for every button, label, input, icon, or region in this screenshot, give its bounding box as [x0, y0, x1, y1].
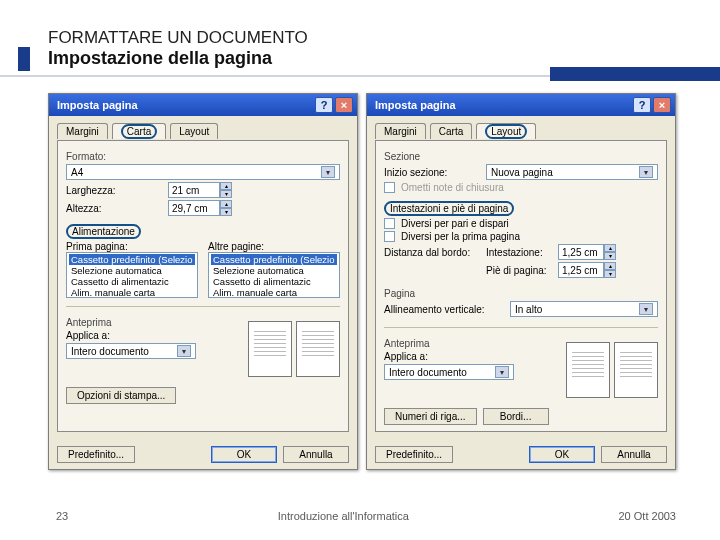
borders-button[interactable]: Bordi... [483, 408, 549, 425]
diff-first-label: Diversi per la prima pagina [401, 231, 520, 242]
tab-margini[interactable]: Margini [57, 123, 108, 139]
dialog-title: Imposta pagina [57, 99, 138, 111]
section-start-select[interactable]: Nuova pagina▾ [486, 164, 658, 180]
apply-to-select[interactable]: Intero documento▾ [66, 343, 196, 359]
tab-carta[interactable]: Carta [112, 123, 166, 139]
slide-footer: 23 Introduzione all'Informatica 20 Ott 2… [0, 510, 720, 522]
line-numbers-button[interactable]: Numeri di riga... [384, 408, 477, 425]
other-pages-label: Altre pagine: [208, 241, 340, 252]
titlebar[interactable]: Imposta pagina ? × [49, 94, 357, 116]
preview-label: Anteprima [384, 338, 556, 349]
footer-date: 20 Ott 2003 [619, 510, 677, 522]
slide-subtitle: Impostazione della pagina [48, 48, 720, 69]
page-setup-dialog-layout: Imposta pagina ? × Margini Carta Layout … [366, 93, 676, 470]
preview-pane [566, 342, 658, 398]
apply-label: Applica a: [384, 351, 556, 362]
preview-pane [248, 321, 340, 377]
tab-carta[interactable]: Carta [430, 123, 472, 139]
height-spinner[interactable]: 29,7 cm ▴▾ [168, 200, 232, 216]
width-spinner[interactable]: 21 cm ▴▾ [168, 182, 232, 198]
close-button[interactable]: × [653, 97, 671, 113]
from-edge-label: Distanza dal bordo: [384, 247, 480, 258]
apply-to-select[interactable]: Intero documento▾ [384, 364, 514, 380]
tab-layout[interactable]: Layout [476, 123, 536, 139]
paper-format-select[interactable]: A4▾ [66, 164, 340, 180]
page-group: Pagina [384, 288, 658, 299]
cancel-button[interactable]: Annulla [283, 446, 349, 463]
tab-margini[interactable]: Margini [375, 123, 426, 139]
footer-center: Introduzione all'Informatica [278, 510, 409, 522]
diff-first-checkbox[interactable] [384, 231, 395, 242]
valign-select[interactable]: In alto▾ [510, 301, 658, 317]
default-button[interactable]: Predefinito... [57, 446, 135, 463]
footer-label: Piè di pagina: [486, 265, 552, 276]
width-label: Larghezza: [66, 185, 162, 196]
tab-strip: Margini Carta Layout [57, 122, 349, 138]
slide-number: 23 [56, 510, 68, 522]
slide-title: FORMATTARE UN DOCUMENTO [48, 28, 720, 48]
tab-layout[interactable]: Layout [170, 123, 218, 139]
chevron-down-icon: ▾ [321, 166, 335, 178]
section-group: Sezione [384, 151, 658, 162]
help-button[interactable]: ? [315, 97, 333, 113]
dialog-title: Imposta pagina [375, 99, 456, 111]
page-setup-dialog-carta: Imposta pagina ? × Margini Carta Layout … [48, 93, 358, 470]
chevron-down-icon: ▾ [220, 190, 232, 198]
tab-strip: Margini Carta Layout [375, 122, 667, 138]
accent-band [550, 67, 720, 81]
help-button[interactable]: ? [633, 97, 651, 113]
header-spinner[interactable]: 1,25 cm ▴▾ [558, 244, 616, 260]
ok-button[interactable]: OK [211, 446, 277, 463]
slide-header: FORMATTARE UN DOCUMENTO Impostazione del… [0, 0, 720, 77]
titlebar[interactable]: Imposta pagina ? × [367, 94, 675, 116]
diff-oddeven-label: Diversi per pari e dispari [401, 218, 509, 229]
header-label: Intestazione: [486, 247, 552, 258]
first-tray-list[interactable]: Cassetto predefinito (Selezio Selezione … [66, 252, 198, 298]
footer-spinner[interactable]: 1,25 cm ▴▾ [558, 262, 616, 278]
cancel-button[interactable]: Annulla [601, 446, 667, 463]
format-label: Formato: [66, 151, 340, 162]
feed-group-label: Alimentazione [66, 224, 141, 239]
section-start-label: Inizio sezione: [384, 167, 480, 178]
preview-label: Anteprima [66, 317, 238, 328]
suppress-endnotes-checkbox[interactable] [384, 182, 395, 193]
close-button[interactable]: × [335, 97, 353, 113]
ok-button[interactable]: OK [529, 446, 595, 463]
print-options-button[interactable]: Opzioni di stampa... [66, 387, 176, 404]
chevron-up-icon: ▴ [220, 182, 232, 190]
height-label: Altezza: [66, 203, 162, 214]
apply-label: Applica a: [66, 330, 238, 341]
first-page-label: Prima pagina: [66, 241, 198, 252]
default-button[interactable]: Predefinito... [375, 446, 453, 463]
diff-oddeven-checkbox[interactable] [384, 218, 395, 229]
other-tray-list[interactable]: Cassetto predefinito (Selezio Selezione … [208, 252, 340, 298]
valign-label: Allineamento verticale: [384, 304, 504, 315]
hf-group-label: Intestazioni e piè di pagina [384, 201, 514, 216]
accent-bar [18, 47, 30, 71]
suppress-endnotes-label: Ometti note di chiusura [401, 182, 504, 193]
